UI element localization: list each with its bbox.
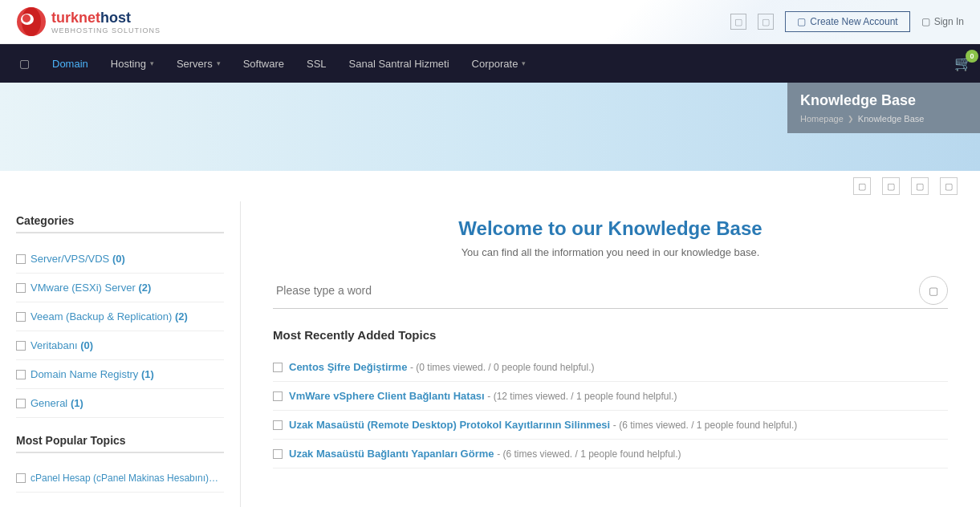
categories-title: Categories (16, 214, 224, 233)
share-icon-3[interactable]: ▢ (911, 177, 929, 195)
search-button[interactable]: ▢ (919, 276, 948, 305)
nav-item-hosting[interactable]: Hosting ▾ (100, 44, 165, 83)
hero-area: Knowledge Base Homepage ❯ Knowledge Base (0, 83, 980, 171)
topic-icon (273, 420, 283, 430)
popular-topic-link[interactable]: cPanel Hesap (cPanel Makinas Hesabını)… (30, 473, 218, 484)
logo: turknethost WEBHOSTING SOLUTIONS (16, 6, 161, 37)
search-icon: ▢ (929, 285, 938, 297)
sidebar-category-server[interactable]: Server/VPS/VDS (0) (16, 245, 224, 274)
welcome-sub: You can find all the information you nee… (273, 246, 948, 258)
item-icon (16, 312, 26, 322)
welcome-title: Welcome to our Knowledge Base (273, 217, 948, 240)
sidebar: Categories Server/VPS/VDS (0) VMware (ES… (0, 201, 241, 507)
item-icon (16, 370, 26, 379)
sidebar-category-general[interactable]: General (1) (16, 389, 224, 418)
recent-topics-title: Most Recently Added Topics (273, 328, 948, 342)
nav-item-software[interactable]: Software (232, 44, 295, 83)
breadcrumb-separator: ❯ (848, 115, 854, 123)
nav-item-sanal[interactable]: Sanal Santral Hizmeti (338, 44, 461, 83)
topic-icon (273, 391, 283, 401)
category-link-veritabani[interactable]: Veritabanı (0) (30, 339, 93, 351)
topic-item: Uzak Masaüstü Bağlantı Yapanları Görme -… (273, 440, 948, 468)
topic-content: Centos Şifre Değiştirme - (0 times viewe… (289, 361, 594, 373)
cart-icon-wrap[interactable]: 🛒 0 (954, 55, 972, 72)
sidebar-category-veeam[interactable]: Veeam (Backup & Replication) (2) (16, 302, 224, 331)
share-icon-4[interactable]: ▢ (940, 177, 958, 195)
share-icon-2[interactable]: ▢ (882, 177, 900, 195)
knowledge-base-header: Knowledge Base Homepage ❯ Knowledge Base (787, 83, 980, 133)
search-input[interactable] (273, 279, 919, 302)
logo-sub: WEBHOSTING SOLUTIONS (51, 26, 161, 34)
signin-button[interactable]: ▢ Sign In (921, 16, 964, 27)
category-link-vmware[interactable]: VMware (ESXi) Server (2) (30, 282, 151, 294)
sidebar-category-domain[interactable]: Domain Name Registry (1) (16, 360, 224, 389)
count: (1) (71, 397, 83, 409)
topic-icon (273, 449, 283, 459)
cart-badge: 0 (966, 50, 978, 63)
topic-content: Uzak Masaüstü (Remote Desktop) Protokol … (289, 419, 797, 431)
category-link-domain[interactable]: Domain Name Registry (1) (30, 368, 154, 380)
count: (2) (138, 282, 151, 294)
signin-icon: ▢ (921, 16, 930, 27)
topic-content: VmWare vSphere Client Bağlantı Hatası - … (289, 390, 677, 402)
top-bar-right: ▢ ▢ ▢ Create New Account ▢ Sign In (730, 11, 964, 32)
topic-meta: - (6 times viewed. / 1 people found help… (497, 448, 681, 460)
topic-link-uzak1[interactable]: Uzak Masaüstü (Remote Desktop) Protokol … (289, 419, 610, 431)
nav-item-corporate[interactable]: Corporate ▾ (461, 44, 538, 83)
topic-meta: - (12 times viewed. / 1 people found hel… (487, 391, 677, 402)
topic-meta: - (6 times viewed. / 1 people found help… (613, 420, 797, 431)
topic-icon (273, 363, 283, 372)
share-icon-1[interactable]: ▢ (853, 177, 871, 195)
kb-header-title: Knowledge Base (800, 92, 967, 109)
topic-link-centos[interactable]: Centos Şifre Değiştirme (289, 361, 407, 373)
count: (1) (141, 368, 154, 380)
logo-name: turknethost (51, 10, 161, 26)
item-icon (16, 341, 26, 351)
count: (0) (80, 339, 93, 351)
breadcrumb-home-link[interactable]: Homepage (800, 114, 844, 124)
logo-accent: turknet (51, 10, 100, 26)
topic-content: Uzak Masaüstü Bağlantı Yapanları Görme -… (289, 448, 681, 460)
nav-item-servers[interactable]: Servers ▾ (165, 44, 232, 83)
count: (0) (112, 253, 125, 265)
main-content: Welcome to our Knowledge Base You can fi… (241, 201, 980, 507)
breadcrumb-current: Knowledge Base (858, 114, 925, 124)
logo-text: turknethost WEBHOSTING SOLUTIONS (51, 10, 161, 34)
tablet-icon: ▢ (758, 14, 774, 30)
category-link-general[interactable]: General (1) (30, 397, 83, 409)
monitor-icon: ▢ (730, 14, 746, 30)
popular-topics-title: Most Popular Topics (16, 434, 224, 453)
topic-link-uzak2[interactable]: Uzak Masaüstü Bağlantı Yapanları Görme (289, 448, 494, 460)
logo-svg (16, 6, 47, 37)
item-icon (16, 283, 26, 293)
count: (2) (175, 310, 188, 322)
category-link-server[interactable]: Server/VPS/VDS (0) (30, 253, 125, 265)
create-icon: ▢ (797, 16, 806, 27)
item-icon (16, 399, 26, 408)
sidebar-category-vmware[interactable]: VMware (ESXi) Server (2) (16, 274, 224, 302)
home-nav-icon[interactable]: ▢ (8, 57, 41, 70)
item-icon (16, 473, 26, 483)
top-bar: turknethost WEBHOSTING SOLUTIONS ▢ ▢ ▢ C… (0, 0, 980, 44)
share-row: ▢ ▢ ▢ ▢ (0, 171, 980, 201)
category-link-veeam[interactable]: Veeam (Backup & Replication) (2) (30, 310, 188, 322)
caret-icon: ▾ (217, 59, 221, 67)
caret-icon: ▾ (150, 59, 154, 67)
topic-item: VmWare vSphere Client Bağlantı Hatası - … (273, 382, 948, 411)
create-account-button[interactable]: ▢ Create New Account (785, 11, 909, 32)
nav-item-ssl[interactable]: SSL (295, 44, 338, 83)
caret-icon: ▾ (522, 59, 526, 67)
svg-point-3 (22, 14, 30, 22)
topic-item: Uzak Masaüstü (Remote Desktop) Protokol … (273, 411, 948, 440)
sidebar-category-veritabani[interactable]: Veritabanı (0) (16, 331, 224, 360)
topic-link-vmware[interactable]: VmWare vSphere Client Bağlantı Hatası (289, 390, 485, 402)
nav-bar: ▢ Domain Hosting ▾ Servers ▾ Software SS… (0, 44, 980, 83)
item-icon (16, 254, 26, 264)
sidebar-popular-item[interactable]: cPanel Hesap (cPanel Makinas Hesabını)… (16, 464, 224, 493)
nav-item-domain[interactable]: Domain (41, 44, 100, 83)
topic-item: Centos Şifre Değiştirme - (0 times viewe… (273, 353, 948, 382)
search-bar: ▢ (273, 276, 948, 309)
topic-meta: - (0 times viewed. / 0 people found help… (410, 362, 594, 373)
breadcrumb: Homepage ❯ Knowledge Base (800, 114, 967, 124)
main-layout: Categories Server/VPS/VDS (0) VMware (ES… (0, 201, 980, 507)
